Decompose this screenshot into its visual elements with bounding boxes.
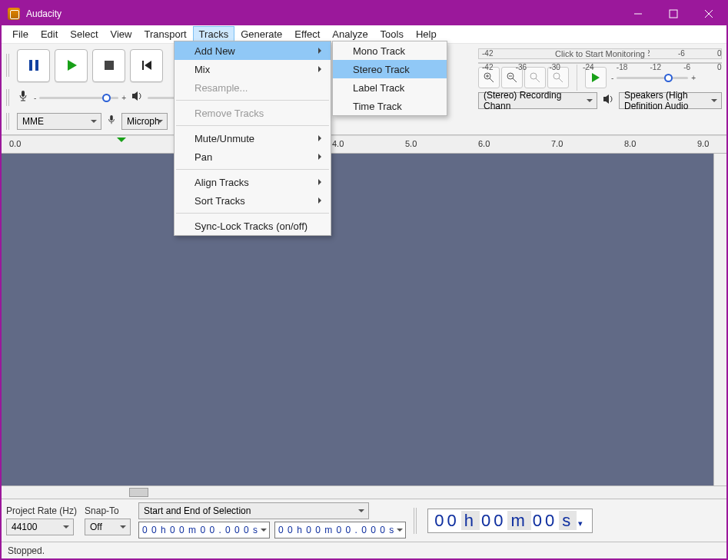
close-button[interactable] xyxy=(691,2,726,25)
playback-device-value: Speakers (High Definition Audio xyxy=(624,90,707,111)
selection-format-select[interactable]: Start and End of Selection xyxy=(138,502,369,519)
app-window: Audacity File Edit Select View Transport… xyxy=(0,0,728,560)
playback-meter[interactable]: -42-36-30-24-18-12-60 xyxy=(478,62,722,64)
minimize-button[interactable] xyxy=(620,2,656,25)
add-time-track[interactable]: Time Track xyxy=(333,97,447,115)
menu-select[interactable]: Select xyxy=(64,26,104,42)
status-bar: Stopped. xyxy=(2,542,726,558)
menu-file[interactable]: File xyxy=(6,26,35,42)
menu-analyze[interactable]: Analyze xyxy=(326,26,374,42)
timeline-tick-label: 9.0 xyxy=(697,139,709,148)
tracks-menu-add-new[interactable]: Add New xyxy=(175,41,331,60)
recording-channels-select[interactable]: (Stereo) Recording Chann xyxy=(478,92,597,109)
speaker-icon xyxy=(131,90,143,105)
recording-channels-value: (Stereo) Recording Chann xyxy=(484,90,583,111)
svg-rect-14 xyxy=(110,115,113,121)
svg-rect-1 xyxy=(670,10,677,18)
svg-rect-5 xyxy=(35,60,38,71)
horizontal-scrollbar[interactable] xyxy=(2,485,726,499)
tracks-menu-synclock[interactable]: Sync-Lock Tracks (on/off) xyxy=(175,217,331,235)
selection-end-field[interactable]: 0 0 h 0 0 m 0 0 . 0 0 0 s xyxy=(274,522,406,538)
tracks-menu-mute[interactable]: Mute/Unmute xyxy=(175,129,331,147)
title-bar: Audacity xyxy=(2,2,726,25)
tracks-menu-align[interactable]: Align Tracks xyxy=(175,173,331,191)
project-rate-select[interactable]: 44100 xyxy=(6,519,74,535)
tracks-menu-resample[interactable]: Resample... xyxy=(175,78,331,97)
toolbar-area: -+ MME Microph -42-18-12-60 Click to Sta… xyxy=(2,44,726,135)
recording-device-value: Microph xyxy=(127,116,160,127)
svg-point-25 xyxy=(553,73,560,79)
add-label-track[interactable]: Label Track xyxy=(333,78,447,97)
snap-to-label: Snap-To xyxy=(85,505,131,516)
play-button[interactable] xyxy=(55,49,88,82)
svg-line-24 xyxy=(536,78,540,82)
speaker-icon xyxy=(602,93,614,108)
tracks-menu: Add New Mix Resample... Remove Tracks Mu… xyxy=(174,41,331,236)
menu-generate[interactable]: Generate xyxy=(234,26,288,42)
timeline-tick-label: 0.0 xyxy=(9,139,21,148)
timeline-tick-label: 4.0 xyxy=(332,139,344,148)
add-mono-track[interactable]: Mono Track xyxy=(333,41,447,60)
add-stereo-track[interactable]: Stereo Track xyxy=(333,60,447,78)
timeline-tick-label: 7.0 xyxy=(551,139,563,148)
menu-help[interactable]: Help xyxy=(410,26,443,42)
tracks-menu-remove[interactable]: Remove Tracks xyxy=(175,104,331,122)
tracks-menu-sort[interactable]: Sort Tracks xyxy=(175,191,331,210)
project-rate-label: Project Rate (Hz) xyxy=(6,505,77,516)
menu-transport[interactable]: Transport xyxy=(138,26,192,42)
svg-rect-7 xyxy=(105,61,114,70)
stop-button[interactable] xyxy=(92,49,125,82)
svg-marker-28 xyxy=(603,94,609,104)
svg-line-26 xyxy=(559,78,563,82)
timeline-tick-label: 5.0 xyxy=(405,139,417,148)
svg-rect-4 xyxy=(29,60,32,71)
svg-marker-6 xyxy=(68,60,77,71)
timeline-tick-label: 6.0 xyxy=(478,139,490,148)
skip-start-button[interactable] xyxy=(130,49,163,82)
selection-toolbar: Project Rate (Hz) 44100 Snap-To Off Star… xyxy=(2,499,726,542)
app-icon xyxy=(8,8,20,20)
menu-view[interactable]: View xyxy=(105,26,138,42)
timeline-ruler[interactable]: - 1.00.04.05.06.07.08.09.0 xyxy=(2,135,726,154)
maximize-button[interactable] xyxy=(656,2,691,25)
mic-icon xyxy=(106,114,117,128)
svg-marker-13 xyxy=(132,91,138,101)
toolbar-grip[interactable] xyxy=(6,54,11,77)
playback-speed-slider[interactable]: -+ xyxy=(611,74,696,82)
pause-button[interactable] xyxy=(17,49,50,82)
menu-tools[interactable]: Tools xyxy=(374,26,410,42)
svg-line-21 xyxy=(513,78,517,82)
toolbar-grip[interactable] xyxy=(6,113,11,130)
playhead-icon xyxy=(117,138,126,147)
recording-meter-hint: Click to Start Monitoring xyxy=(552,49,648,58)
timeline-tick-label: 8.0 xyxy=(624,139,636,148)
fit-selection-button[interactable] xyxy=(524,67,546,88)
selection-start-field[interactable]: 0 0 h 0 0 m 0 0 . 0 0 0 s xyxy=(138,522,270,538)
toolbar-grip[interactable] xyxy=(414,508,418,534)
menu-tracks[interactable]: Tracks xyxy=(193,26,235,42)
svg-rect-8 xyxy=(142,61,144,70)
add-new-submenu: Mono Track Stereo Track Label Track Time… xyxy=(332,41,447,116)
playback-device-select[interactable]: Speakers (High Definition Audio xyxy=(619,92,722,109)
vertical-scrollbar[interactable] xyxy=(713,154,726,485)
recording-volume-slider[interactable]: -+ xyxy=(34,94,126,102)
audio-host-value: MME xyxy=(22,116,44,127)
snap-to-select[interactable]: Off xyxy=(85,519,131,535)
menu-effect[interactable]: Effect xyxy=(288,26,326,42)
menu-edit[interactable]: Edit xyxy=(35,26,64,42)
recording-meter[interactable]: -42-18-12-60 Click to Start Monitoring xyxy=(478,48,722,59)
recording-device-select[interactable]: Microph xyxy=(121,113,168,130)
audio-position-display[interactable]: 00h00m00s▾ xyxy=(427,509,593,533)
mic-icon xyxy=(17,90,29,105)
audio-host-select[interactable]: MME xyxy=(17,113,101,130)
tracks-menu-mix[interactable]: Mix xyxy=(175,60,331,78)
toolbar-grip[interactable] xyxy=(6,89,11,106)
tracks-menu-pan[interactable]: Pan xyxy=(175,147,331,166)
svg-rect-10 xyxy=(22,91,25,97)
svg-point-23 xyxy=(530,73,537,79)
window-title: Audacity xyxy=(26,8,61,19)
svg-line-17 xyxy=(490,78,494,82)
tracks-panel[interactable] xyxy=(2,154,726,485)
status-text: Stopped. xyxy=(8,545,45,556)
svg-marker-9 xyxy=(145,61,151,70)
